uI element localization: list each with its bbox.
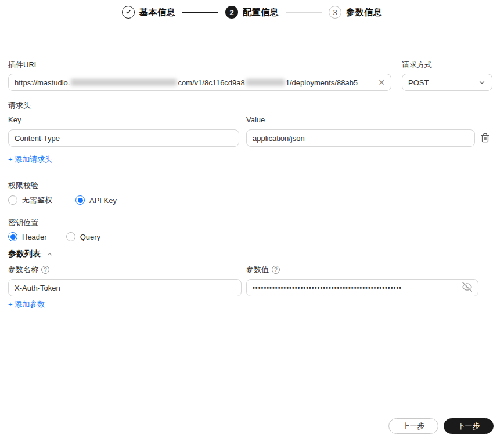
- trash-icon: [480, 133, 490, 144]
- next-step-button[interactable]: 下一步: [444, 418, 494, 434]
- radio-icon[interactable]: [66, 232, 75, 241]
- url-text-part3: 1/deployments/88ab5: [286, 78, 358, 87]
- header-value-input[interactable]: application/json: [246, 129, 475, 147]
- step-label: 配置信息: [243, 7, 279, 18]
- header-value-label: Value: [246, 115, 265, 124]
- header-value-value: application/json: [253, 134, 305, 143]
- key-location-radio-group: Header Query: [8, 232, 100, 241]
- step-current-circle: 2: [225, 6, 238, 19]
- toggle-visibility-button[interactable]: [459, 282, 472, 294]
- step-label: 基本信息: [139, 7, 175, 18]
- header-key-input[interactable]: Content-Type: [8, 129, 239, 147]
- delete-header-button[interactable]: [480, 133, 490, 144]
- redacted-block: [246, 79, 285, 86]
- plugin-config-page: 基本信息 2 配置信息 3 参数信息 插件URL 请求方式 https://ma…: [0, 0, 504, 442]
- previous-step-button[interactable]: 上一步: [388, 418, 438, 434]
- param-name-input[interactable]: X-Auth-Token: [8, 279, 242, 296]
- param-value-input[interactable]: ••••••••••••••••••••••••••••••••••••••••…: [246, 279, 478, 296]
- request-method-select[interactable]: POST: [402, 74, 492, 91]
- help-icon[interactable]: ?: [41, 266, 49, 274]
- plugin-url-label: 插件URL: [8, 60, 38, 70]
- request-method-value: POST: [408, 78, 429, 87]
- key-location-label: 密钥位置: [8, 218, 38, 228]
- param-value-label-row: 参数值 ?: [246, 265, 280, 275]
- radio-label: Header: [22, 233, 47, 241]
- radio-option-header[interactable]: Header: [8, 232, 47, 241]
- add-param-link[interactable]: + 添加参数: [8, 299, 45, 310]
- param-value-label: 参数值: [246, 265, 269, 275]
- add-header-link[interactable]: + 添加请求头: [8, 154, 52, 165]
- radio-option-query[interactable]: Query: [66, 232, 100, 241]
- plugin-url-input[interactable]: https://mastudio. com/v1/8c116cd9a8 1/de…: [8, 74, 391, 91]
- radio-icon[interactable]: [75, 195, 85, 205]
- step-param-info: 3 参数信息: [329, 6, 382, 19]
- check-icon: [125, 8, 132, 17]
- request-headers-title: 请求头: [8, 100, 31, 111]
- eye-off-icon: [462, 282, 472, 294]
- param-masked-value: ••••••••••••••••••••••••••••••••••••••••…: [253, 284, 402, 291]
- param-name-value: X-Auth-Token: [15, 284, 60, 292]
- chevron-up-icon[interactable]: [46, 251, 53, 258]
- url-text-part2: com/v1/8c116cd9a8: [178, 78, 244, 87]
- step-connector: [182, 12, 218, 13]
- step-config-info: 2 配置信息: [225, 6, 286, 19]
- radio-option-no-auth[interactable]: 无需鉴权: [8, 195, 52, 205]
- redacted-block: [71, 79, 177, 86]
- param-list-title: 参数列表: [8, 249, 41, 259]
- wizard-stepper: 基本信息 2 配置信息 3 参数信息: [0, 5, 504, 20]
- radio-label: API Key: [89, 196, 117, 205]
- auth-check-label: 权限校验: [8, 180, 38, 191]
- radio-label: 无需鉴权: [22, 195, 52, 205]
- auth-check-radio-group: 无需鉴权 API Key: [8, 195, 117, 205]
- radio-option-api-key[interactable]: API Key: [75, 195, 117, 205]
- step-done-circle: [122, 6, 135, 19]
- header-key-value: Content-Type: [15, 134, 60, 143]
- step-label: 参数信息: [346, 7, 382, 18]
- step-upcoming-circle: 3: [329, 6, 341, 19]
- url-text-part1: https://mastudio.: [15, 78, 70, 87]
- step-connector: [286, 12, 322, 13]
- help-icon[interactable]: ?: [272, 266, 280, 274]
- radio-label: Query: [80, 233, 100, 241]
- param-name-label: 参数名称: [8, 265, 38, 275]
- radio-icon[interactable]: [8, 232, 17, 241]
- step-basic-info: 基本信息: [122, 6, 182, 19]
- radio-icon[interactable]: [8, 195, 17, 205]
- clear-icon[interactable]: ✕: [375, 78, 385, 86]
- request-method-label: 请求方式: [402, 60, 432, 70]
- header-key-label: Key: [8, 115, 21, 124]
- param-name-label-row: 参数名称 ?: [8, 265, 49, 275]
- chevron-down-icon: [478, 78, 486, 86]
- param-list-title-row: 参数列表: [8, 249, 53, 259]
